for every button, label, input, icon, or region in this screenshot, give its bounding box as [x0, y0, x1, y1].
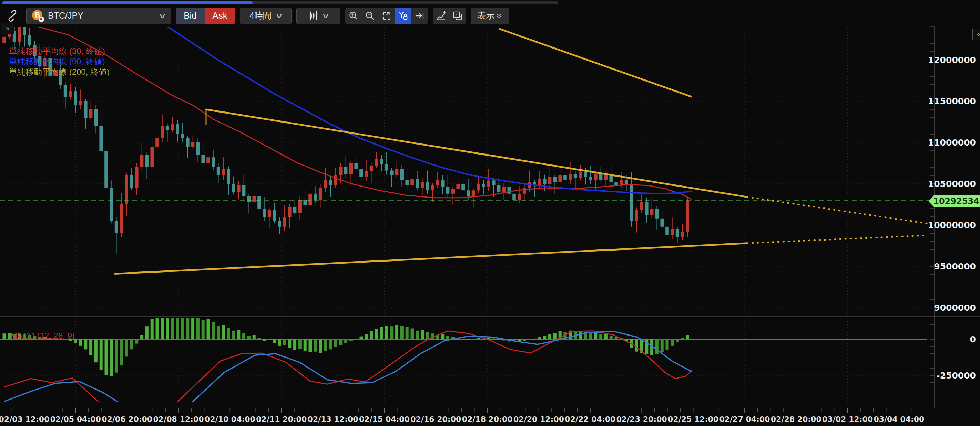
- collapse-left-panel-button[interactable]: »: [1, 23, 14, 35]
- macd-histogram-bar: [242, 333, 245, 339]
- macd-histogram-bar: [599, 334, 602, 339]
- date-axis-label: 02/10 04:00: [205, 415, 255, 424]
- legend-sma200[interactable]: 単純移動平均線 (200, 終値): [9, 67, 110, 77]
- macd-indicator-label[interactable]: MACD (12, 26, 9): [10, 331, 75, 340]
- candle-body: [487, 180, 490, 187]
- candle-body: [390, 171, 393, 176]
- collapse-right-panel-button[interactable]: «: [972, 29, 980, 40]
- candle-body: [503, 187, 506, 192]
- candle-body: [671, 229, 674, 235]
- candle-body: [410, 179, 414, 185]
- macd-histogram-bar: [227, 328, 230, 339]
- macd-histogram-bar: [645, 339, 648, 354]
- candle-body: [23, 27, 26, 35]
- candle-body: [283, 217, 286, 227]
- macd-histogram-bar: [360, 337, 363, 339]
- macd-histogram-bar: [355, 339, 358, 339]
- macd-histogram-bar: [313, 339, 317, 352]
- macd-histogram-bar: [426, 332, 429, 339]
- macd-histogram-bar: [686, 335, 689, 339]
- macd-histogram-bar: [79, 339, 82, 346]
- macd-histogram-bar: [105, 339, 108, 375]
- candle-body: [507, 187, 511, 194]
- candle-body: [324, 180, 327, 188]
- macd-histogram-bar: [528, 339, 531, 340]
- candle-body: [242, 185, 246, 196]
- candle-body: [104, 151, 108, 188]
- candle-body: [630, 184, 633, 221]
- candle-body: [212, 157, 215, 167]
- candle-body: [584, 172, 587, 177]
- macd-histogram-bar: [370, 331, 373, 339]
- macd-histogram-bar: [217, 326, 220, 339]
- macd-histogram-bar: [334, 339, 337, 347]
- macd-histogram-bar: [273, 339, 276, 343]
- macd-histogram-bar: [543, 336, 546, 340]
- date-axis-label: 02/05 04:00: [50, 415, 101, 424]
- candle-body: [2, 37, 6, 43]
- macd-histogram-bar: [262, 339, 266, 340]
- legend-sma30[interactable]: 単純移動平均線 (30, 終値): [9, 46, 110, 57]
- macd-axis-label: -250000: [936, 371, 976, 380]
- macd-histogram-bar: [385, 326, 388, 339]
- date-axis-label: 03/04 04:00: [873, 415, 924, 424]
- candle-body: [125, 176, 128, 204]
- date-axis-label: 02/25 12:00: [668, 415, 719, 424]
- macd-histogram-bar: [196, 318, 199, 339]
- macd-histogram-bar: [145, 326, 148, 339]
- macd-histogram-bar: [492, 338, 495, 339]
- candle-body: [497, 185, 501, 192]
- candle-body: [625, 180, 628, 184]
- candle-body: [161, 126, 164, 138]
- candle-body: [477, 184, 480, 190]
- candle-body: [201, 155, 205, 163]
- macd-histogram-bar: [395, 325, 398, 339]
- price-axis-label: 10000000: [928, 220, 976, 230]
- candle-body: [232, 184, 235, 192]
- candle-body: [645, 202, 649, 215]
- candle-body: [385, 164, 388, 170]
- candle-body: [176, 124, 179, 134]
- candle-body: [563, 176, 567, 180]
- candle-body: [543, 179, 547, 184]
- candle-body: [517, 194, 521, 200]
- candle-body: [665, 227, 669, 235]
- macd-histogram-bar: [609, 336, 612, 340]
- candle-body: [171, 124, 174, 130]
- chart-canvas[interactable]: 1200000011500000110000001050000010000000…: [0, 0, 980, 426]
- macd-histogram-bar: [135, 339, 138, 344]
- macd-histogram-bar: [446, 336, 449, 339]
- macd-histogram-bar: [411, 329, 414, 340]
- candle-body: [370, 166, 373, 171]
- candle-body: [309, 194, 312, 206]
- macd-histogram-bar: [390, 326, 393, 339]
- candle-body: [441, 180, 444, 187]
- date-axis-label: 02/28 20:00: [771, 415, 821, 424]
- candle-body: [594, 174, 598, 180]
- legend-sma90[interactable]: 単純移動平均線 (90, 終値): [9, 57, 110, 67]
- candle-body: [288, 207, 291, 217]
- date-axis-label: 02/22 04:00: [565, 415, 616, 424]
- candle-body: [64, 85, 67, 97]
- candle-body: [415, 179, 419, 188]
- candle-body: [258, 196, 261, 209]
- candle-body: [436, 180, 439, 185]
- macd-histogram-bar: [247, 336, 250, 340]
- macd-histogram-bar: [589, 333, 592, 339]
- candle-body: [273, 210, 276, 221]
- candle-body: [482, 184, 485, 187]
- current-price-tag: 10292534: [928, 195, 980, 207]
- macd-axis-label: 0: [970, 334, 976, 344]
- candle-body: [18, 27, 21, 42]
- candle-body: [380, 159, 383, 164]
- price-axis-label: 11000000: [928, 138, 976, 147]
- macd-histogram-bar: [497, 339, 500, 340]
- candle-body: [150, 147, 154, 167]
- macd-histogram-bar: [635, 339, 638, 352]
- chart-background[interactable]: [0, 27, 980, 426]
- macd-histogram-bar: [615, 337, 618, 339]
- date-axis-label: 02/08 12:00: [153, 415, 204, 424]
- macd-histogram-bar: [554, 333, 557, 339]
- candle-body: [69, 91, 72, 97]
- candle-body: [181, 134, 185, 138]
